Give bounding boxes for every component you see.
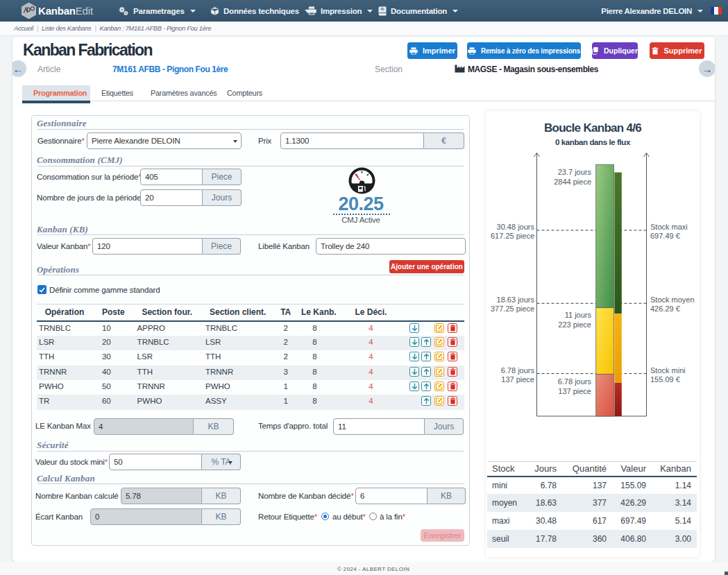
svg-text:23.7 jours: 23.7 jours [558, 168, 592, 176]
svg-text:2844 piece: 2844 piece [554, 178, 591, 186]
svg-text:Stock moyen: Stock moyen [650, 295, 695, 304]
svg-text:11 jours: 11 jours [565, 311, 592, 319]
svg-text:6.78 jours: 6.78 jours [501, 366, 535, 375]
svg-text:617.25 piece: 617.25 piece [491, 232, 534, 240]
svg-text:Stock mini: Stock mini [650, 366, 686, 375]
svg-text:697.49 €: 697.49 € [650, 232, 680, 240]
svg-text:30.48 jours: 30.48 jours [497, 223, 535, 231]
svg-text:137 piece: 137 piece [558, 387, 591, 395]
svg-text:223 piece: 223 piece [558, 320, 591, 329]
svg-text:155.09 €: 155.09 € [650, 375, 680, 384]
svg-text:18.63 jours: 18.63 jours [497, 295, 535, 304]
svg-text:377.25 piece: 377.25 piece [491, 304, 534, 313]
svg-text:Stock maxi: Stock maxi [650, 223, 688, 231]
svg-text:426.29 €: 426.29 € [650, 304, 680, 313]
svg-text:6.78 jours: 6.78 jours [558, 377, 592, 386]
svg-text:137 piece: 137 piece [501, 375, 534, 384]
